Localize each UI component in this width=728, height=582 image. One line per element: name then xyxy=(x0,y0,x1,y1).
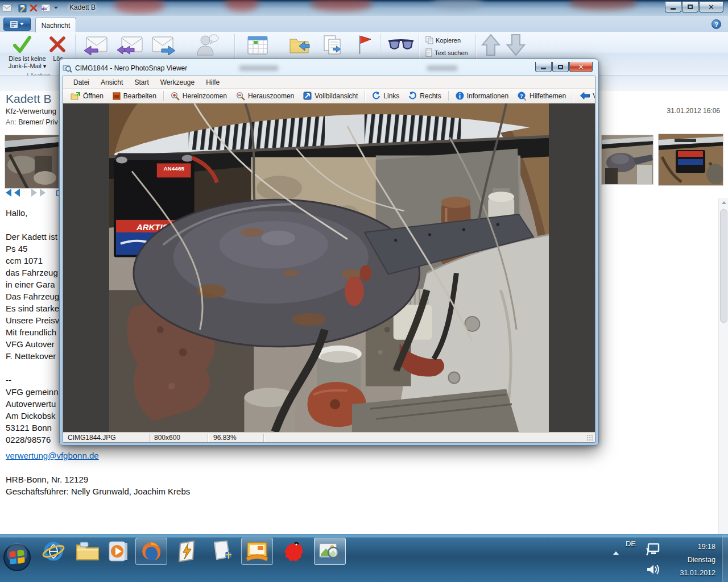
taskbar-item-explorer[interactable] xyxy=(72,538,104,565)
taskbar-item-mail[interactable] xyxy=(241,538,273,565)
reply-all-big-icon[interactable] xyxy=(117,36,143,55)
taskbar-item-firefox[interactable] xyxy=(135,538,167,565)
media-player-icon xyxy=(108,541,129,562)
help-button[interactable]: ? Hilfethemen xyxy=(514,90,570,102)
taskbar-item-documents-shield[interactable] xyxy=(206,538,238,565)
forward-big-icon[interactable] xyxy=(151,36,176,55)
clock-time: 19:18 xyxy=(680,541,715,554)
clock-weekday: Dienstag xyxy=(680,554,715,567)
contact-icon[interactable] xyxy=(196,34,220,56)
viewer-maximize-button[interactable] xyxy=(552,62,569,72)
previous-image-button[interactable]: Vorhergehendes xyxy=(576,90,595,102)
viewer-title-bar[interactable]: CIMG1844 - Nero PhotoSnap Viewer xyxy=(63,61,595,76)
image-canvas[interactable]: AN4465 ARKTIS xyxy=(63,103,595,432)
find-text-button[interactable]: Text suchen xyxy=(425,48,468,57)
glass-reflection xyxy=(427,65,458,71)
sunglasses-icon[interactable] xyxy=(388,39,414,52)
edit-button[interactable]: Bearbeiten xyxy=(109,90,160,102)
attachment-thumbnail[interactable] xyxy=(601,135,653,185)
delete-big-icon[interactable] xyxy=(49,36,66,53)
minimize-button[interactable] xyxy=(665,2,681,13)
not-junk-icon[interactable] xyxy=(11,35,33,55)
volume-icon[interactable] xyxy=(646,563,660,576)
svg-text:?: ? xyxy=(520,92,523,98)
taskbar-item-internet-explorer[interactable] xyxy=(38,538,69,565)
viewer-close-button[interactable]: ✕ xyxy=(569,62,593,72)
ribbon-help-icon[interactable]: ? xyxy=(712,19,721,29)
hidden-icons-button[interactable] xyxy=(613,548,619,555)
menu-ansicht[interactable]: Ansicht xyxy=(95,77,129,88)
menu-start[interactable]: Start xyxy=(129,77,154,88)
next-item-icon[interactable] xyxy=(506,34,526,56)
previous-item-icon[interactable] xyxy=(481,34,500,56)
zoom-out-icon xyxy=(236,92,245,101)
delete-icon[interactable] xyxy=(30,4,38,12)
start-button[interactable] xyxy=(1,542,33,573)
previous-attachment-button[interactable] xyxy=(6,189,20,198)
menu-werkzeuge[interactable]: Werkzeuge xyxy=(155,77,200,88)
chevron-down-icon xyxy=(20,23,24,26)
network-icon[interactable] xyxy=(646,543,661,556)
folder-icon xyxy=(76,541,100,562)
copy-button[interactable]: Kopieren xyxy=(425,36,461,44)
show-desktop-button[interactable] xyxy=(722,535,728,582)
flag-icon[interactable] xyxy=(356,35,374,55)
tab-nachricht[interactable]: Nachricht xyxy=(35,18,76,32)
edit-icon xyxy=(113,92,121,100)
viewer-status-bar: CIMG1844.JPG 800x600 96.83% xyxy=(63,432,595,443)
email-address-link[interactable]: verwertung@vfgbonn.de xyxy=(6,450,99,462)
fullscreen-button[interactable]: Vollbildansicht xyxy=(299,90,362,102)
rotate-left-button[interactable]: Links xyxy=(368,90,403,102)
red-lizard-icon xyxy=(282,539,305,563)
zoom-out-button[interactable]: Herauszoomen xyxy=(232,90,298,102)
menu-hilfe[interactable]: Hilfe xyxy=(200,77,225,88)
save-icon[interactable] xyxy=(18,4,27,13)
scrollbar-thumb[interactable] xyxy=(720,209,727,323)
reply-icon[interactable] xyxy=(40,4,51,12)
firefox-icon xyxy=(140,540,163,563)
taskbar-item-winamp[interactable] xyxy=(171,538,202,565)
viewer-toolbar: Öffnen Bearbeiten Hereinzoomen Herauszoo… xyxy=(63,89,595,103)
move-folder-icon[interactable] xyxy=(289,35,312,55)
close-button[interactable]: ✕ xyxy=(699,2,723,13)
viewer-client-area: Datei Ansicht Start Werkzeuge Hilfe Öffn… xyxy=(63,76,595,443)
rotate-right-button[interactable]: Rechts xyxy=(404,90,445,102)
winamp-icon xyxy=(176,540,197,563)
photosnap-viewer-window: CIMG1844 - Nero PhotoSnap Viewer ✕ Datei… xyxy=(59,59,599,446)
internet-explorer-icon xyxy=(42,540,65,563)
previous-arrow-icon xyxy=(580,92,590,99)
battery-model-label: AN4465 xyxy=(163,165,184,172)
qat-dropdown-icon[interactable] xyxy=(53,6,59,10)
resize-grip[interactable] xyxy=(587,435,594,442)
zoom-in-button[interactable]: Hereinzoomen xyxy=(167,90,231,102)
message-scrollbar[interactable] xyxy=(718,198,728,534)
scroll-up-button[interactable] xyxy=(719,198,728,207)
next-attachment-button[interactable] xyxy=(31,189,46,198)
message-sent-timestamp: 31.01.2012 16:06 xyxy=(667,107,720,115)
outlook-title-bar[interactable]: Kadett B ✕ xyxy=(0,0,728,16)
info-button[interactable]: Informationen xyxy=(452,90,512,102)
viewer-window-controls: ✕ xyxy=(535,62,593,72)
calendar-icon[interactable] xyxy=(247,35,268,55)
status-divider xyxy=(263,434,264,442)
file-menu-button[interactable] xyxy=(3,18,31,31)
taskbar-item-photo-viewer[interactable] xyxy=(314,538,346,565)
to-value: Bremer/ Priv xyxy=(18,118,57,126)
viewer-minimize-button[interactable] xyxy=(535,62,552,72)
taskbar-item-media-player[interactable] xyxy=(105,538,132,565)
language-indicator[interactable]: DE xyxy=(626,539,636,548)
taskbar-clock[interactable]: 19:18 Dienstag 31.01.2012 xyxy=(680,541,715,580)
copy-pages-icon[interactable] xyxy=(322,35,344,55)
thumbnail-photo xyxy=(5,135,59,189)
quick-access-toolbar xyxy=(2,2,59,14)
maximize-button[interactable] xyxy=(682,2,698,13)
taskbar-item-red-lizard[interactable] xyxy=(278,538,309,565)
attachment-thumbnail[interactable] xyxy=(5,135,59,189)
ribbon-tab-row xyxy=(0,16,728,32)
menu-datei[interactable]: Datei xyxy=(68,77,95,88)
reply-big-icon[interactable] xyxy=(83,36,108,55)
to-label: An: xyxy=(6,118,16,126)
attachment-thumbnail[interactable] xyxy=(658,134,723,186)
viewer-app-icon xyxy=(63,64,72,73)
open-button[interactable]: Öffnen xyxy=(67,90,107,102)
